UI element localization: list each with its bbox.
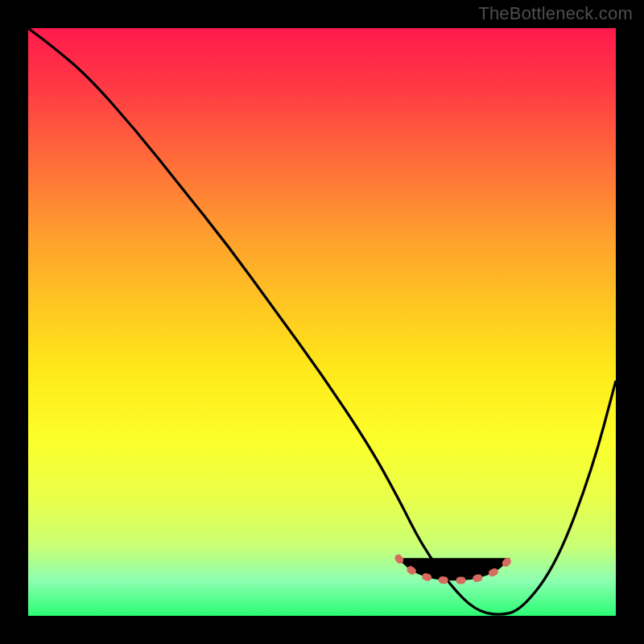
optimal-range-marker <box>398 558 510 580</box>
bottleneck-curve <box>28 28 616 614</box>
chart-frame: TheBottleneck.com <box>0 0 644 644</box>
watermark-text: TheBottleneck.com <box>478 3 633 24</box>
curve-layer <box>28 28 616 616</box>
